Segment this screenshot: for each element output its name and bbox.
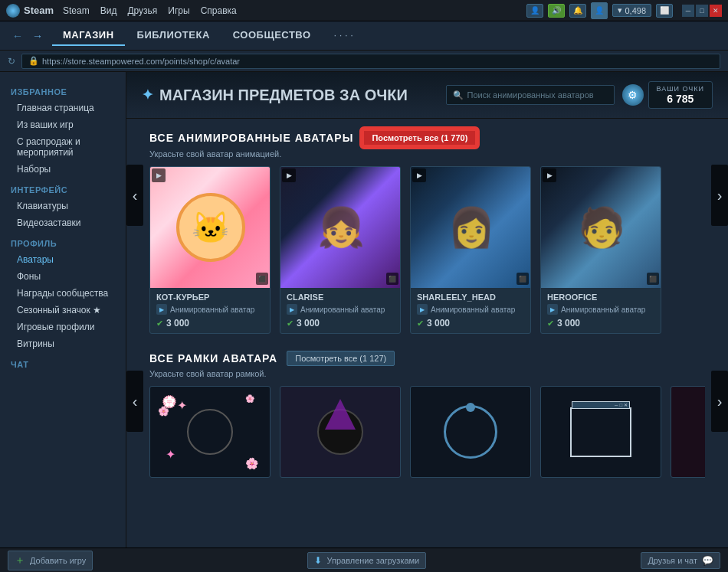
points-amount: 0,498 (625, 6, 646, 15)
notification-btn[interactable]: 🔔 (569, 4, 586, 18)
screen-btn[interactable]: ⬜ (656, 4, 673, 18)
avatar-card-body-2: SHARLEELY_HEAD ▶ Анимированный аватар ✔ … (411, 288, 530, 333)
avatar-price-row-0: ✔ 3 000 (156, 318, 264, 328)
friends-chat-btn[interactable]: Друзья и чат 💬 (641, 552, 720, 569)
frame-card-1[interactable] (280, 386, 401, 478)
page-title-text: МАГАЗИН ПРЕДМЕТОВ ЗА ОЧКИ (159, 87, 408, 104)
sidebar-item-bundles[interactable]: Наборы (0, 161, 126, 178)
frames-arrow-left[interactable]: ‹ (126, 371, 143, 432)
page-title-icon: ✦ (142, 87, 153, 103)
avatar-img-0: ▶ 🐱 ⬛ (150, 167, 271, 288)
frame-circle-inner (411, 387, 530, 477)
tab-store[interactable]: МАГАЗИН (52, 25, 125, 46)
downloads-btn[interactable]: ⬇ Управление загрузками (307, 552, 426, 569)
avatar-card-body-0: КОТ-КУРЬЕР ▶ Анимированный аватар ✔ 3 00… (150, 288, 270, 333)
avatar-card-3[interactable]: ▶ 🧑 ⬛ HEROOFICE ▶ Анимированный аватар (540, 166, 661, 334)
price-check-3: ✔ (547, 319, 554, 328)
app-title: Steam (24, 5, 54, 16)
avatar-small-icon-2: ▶ (412, 168, 426, 182)
sidebar-item-main-page[interactable]: Главная страница (0, 100, 126, 116)
frames-grid: 💮 🌸 🌸 🌸 ✦ ✦ (149, 386, 705, 478)
frame-v-inner (280, 387, 400, 477)
animated-avatars-header: ВСЕ АНИМИРОВАННЫЕ АВАТАРЫ Посмотреть все… (149, 129, 705, 146)
avatar-name-0: КОТ-КУРЬЕР (156, 293, 264, 302)
avatar-card-1[interactable]: ▶ 👧 ⬛ CLARISE ▶ Анимированный аватар (280, 166, 401, 334)
avatar-frames-section: ВСЕ РАМКИ АВАТАРА Посмотреть все (1 127)… (126, 340, 728, 484)
frame-card-2[interactable] (410, 386, 531, 478)
avatar-price-row-1: ✔ 3 000 (287, 318, 394, 328)
frames-arrow-right[interactable]: › (711, 371, 728, 432)
search-box[interactable]: 🔍 Поиск анимированных аватаров (446, 85, 615, 105)
tab-library[interactable]: БИБЛИОТЕКА (126, 25, 221, 46)
menu-view[interactable]: Вид (100, 5, 117, 16)
nav-bar: ← → МАГАЗИН БИБЛИОТЕКА СООБЩЕСТВО · · · … (0, 21, 728, 51)
sidebar-item-sales[interactable]: С распродаж и мероприятий (0, 133, 126, 161)
points-label: ВАШИ ОЧКИ (657, 85, 704, 93)
tab-community[interactable]: СООБЩЕСТВО (222, 25, 322, 46)
animated-avatars-arrow-right[interactable]: › (711, 165, 728, 226)
title-menu: Steam Вид Друзья Игры Справка (63, 5, 237, 16)
frame-flowers-inner: 💮 🌸 🌸 🌸 ✦ ✦ (150, 387, 270, 477)
view-all-frames-btn[interactable]: Посмотреть все (1 127) (287, 351, 395, 366)
search-icon: 🔍 (453, 90, 464, 100)
steam-icon (6, 4, 20, 18)
close-btn[interactable]: ✕ (710, 5, 722, 17)
avatar-frames-title: ВСЕ РАМКИ АВАТАРА (149, 352, 277, 364)
avatar-name-2: SHARLEELY_HEAD (417, 293, 524, 302)
animated-avatars-arrow-left[interactable]: ‹ (126, 165, 143, 226)
sidebar-item-from-games[interactable]: Из ваших игр (0, 116, 126, 133)
nav-back-btn[interactable]: ← (9, 28, 26, 44)
nav-forward-btn[interactable]: → (29, 28, 46, 44)
sidebar-section-profile: ПРОФИЛЬ (0, 231, 126, 251)
sidebar-item-community-awards[interactable]: Награды сообщества (0, 285, 126, 302)
page-title: ✦ МАГАЗИН ПРЕДМЕТОВ ЗА ОЧКИ (142, 87, 408, 104)
friends-icon-btn[interactable]: 👤 (526, 4, 543, 18)
sidebar: ИЗБРАННОЕ Главная страница Из ваших игр … (0, 72, 126, 547)
price-check-1: ✔ (287, 319, 293, 328)
content-area: ✦ МАГАЗИН ПРЕДМЕТОВ ЗА ОЧКИ 🔍 Поиск аним… (126, 72, 728, 547)
menu-games[interactable]: Игры (168, 5, 189, 16)
avatar-small-icon-3: ▶ (543, 168, 556, 182)
tab-extra[interactable]: · · · · (323, 25, 364, 46)
maximize-btn[interactable]: □ (696, 5, 708, 17)
menu-steam[interactable]: Steam (63, 5, 90, 16)
price-value-0: 3 000 (166, 318, 189, 328)
minimize-btn[interactable]: ─ (682, 5, 694, 17)
avatar-card-2[interactable]: ▶ 👩 ⬛ SHARLEELY_HEAD ▶ Анимированный ава… (410, 166, 531, 334)
avatar-name-1: CLARISE (287, 293, 394, 302)
add-game-btn[interactable]: ＋ Добавить игру (8, 551, 93, 570)
friends-chat-label: Друзья и чат (648, 556, 697, 565)
frame-card-4[interactable] (671, 386, 705, 478)
refresh-btn[interactable]: ↻ (8, 56, 15, 67)
sidebar-item-backgrounds[interactable]: Фоны (0, 268, 126, 285)
avatar-card-0[interactable]: ▶ 🐱 ⬛ КОТ-КУРЬЕР ▶ Анимированный аватар (149, 166, 271, 334)
sidebar-section-chat: ЧАТ (0, 352, 126, 372)
app-logo: Steam (6, 4, 54, 18)
avatar-card-body-1: CLARISE ▶ Анимированный аватар ✔ 3 000 (280, 288, 400, 333)
downloads-label: Управление загрузками (326, 556, 419, 565)
avatar-name-3: HEROOFICE (547, 293, 654, 302)
frame-card-0[interactable]: 💮 🌸 🌸 🌸 ✦ ✦ (149, 386, 271, 478)
frame-card-3[interactable]: ─ □ ✕ (540, 386, 661, 478)
sidebar-item-keyboards[interactable]: Клавиатуры (0, 198, 126, 214)
address-input[interactable]: 🔒 https://store.steampowered.com/points/… (21, 54, 720, 69)
points-badge: ▾ 0,498 (612, 4, 651, 17)
avatars-grid: ▶ 🐱 ⬛ КОТ-КУРЬЕР ▶ Анимированный аватар (149, 166, 705, 334)
menu-friends[interactable]: Друзья (127, 5, 157, 16)
avatar-type-row-3: ▶ Анимированный аватар (547, 304, 654, 315)
sidebar-item-screensavers[interactable]: Видеозаставки (0, 214, 126, 231)
sidebar-item-avatars[interactable]: Аватары (0, 251, 126, 268)
user-avatar-btn[interactable]: 👤 (591, 2, 608, 19)
speaker-btn[interactable]: 🔊 (548, 4, 565, 18)
view-all-animated-avatars-btn[interactable]: Посмотреть все (1 770) (362, 129, 477, 146)
page-header: ✦ МАГАЗИН ПРЕДМЕТОВ ЗА ОЧКИ 🔍 Поиск аним… (126, 72, 728, 119)
main-layout: ИЗБРАННОЕ Главная страница Из ваших игр … (0, 72, 728, 547)
sidebar-section-featured: ИЗБРАННОЕ (0, 80, 126, 100)
animated-avatars-subtitle: Украсьте свой аватар анимацией. (149, 149, 705, 159)
sidebar-item-seasonal-badge[interactable]: Сезонный значок ★ (0, 302, 126, 319)
menu-help[interactable]: Справка (201, 5, 237, 16)
avatar-type-label-0: Анимированный аватар (170, 306, 254, 314)
avatar-type-icon-1: ▶ (287, 304, 297, 315)
sidebar-item-game-profiles[interactable]: Игровые профили (0, 319, 126, 335)
sidebar-item-showcases[interactable]: Витрины (0, 335, 126, 352)
